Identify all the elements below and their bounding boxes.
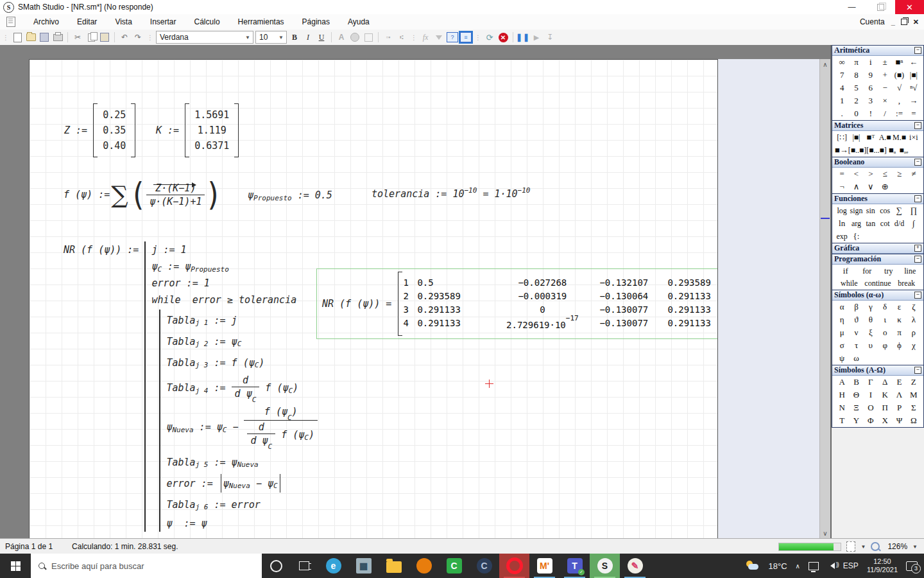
redo-button[interactable]: ↷ [132, 31, 144, 43]
palette-item[interactable]: try [878, 266, 900, 277]
scroll-up-arrow-icon[interactable]: ∧ [820, 59, 830, 69]
palette-item[interactable]: υ [864, 340, 878, 351]
menu-cálculo[interactable]: Cálculo [185, 15, 229, 29]
paste-button[interactable] [99, 31, 110, 43]
palette-item[interactable]: Δ [878, 376, 892, 388]
pause-button[interactable]: ❚❚ [517, 31, 529, 43]
palette-item[interactable]: γ [864, 301, 878, 313]
collapse-icon[interactable]: − [914, 367, 921, 374]
palette-item[interactable]: [∷] [835, 132, 849, 143]
panel-header[interactable]: Gráfica+ [832, 243, 923, 254]
palette-item[interactable]: Ι [864, 389, 878, 401]
zoom-level[interactable]: 126% [887, 542, 907, 551]
palette-item[interactable]: ε [892, 301, 906, 313]
palette-item[interactable]: 8 [849, 69, 863, 81]
palette-item[interactable]: i [864, 57, 878, 68]
palette-item[interactable]: Ω [907, 415, 921, 426]
worksheet-page[interactable]: Z := 0.250.350.40 K := 1.56911.1190.6371… [29, 59, 718, 538]
palette-item[interactable]: Φ [864, 415, 878, 426]
palette-item[interactable]: Υ [849, 415, 863, 426]
palette-item[interactable]: log [835, 206, 849, 216]
palette-item[interactable]: Ρ [892, 402, 906, 414]
palette-item[interactable]: < [849, 168, 863, 180]
palette-item[interactable]: Β [849, 376, 863, 388]
palette-item[interactable]: arg [849, 218, 863, 229]
palette-item[interactable]: Η [835, 389, 849, 401]
italic-button[interactable]: I [302, 31, 314, 43]
palette-item[interactable]: > [864, 168, 878, 180]
palette-item[interactable]: ζ [907, 301, 921, 313]
palette-item[interactable]: σ [835, 340, 849, 351]
collapse-icon[interactable]: − [914, 292, 921, 299]
taskbar-app-paint[interactable]: ✎ [620, 554, 650, 578]
palette-item[interactable]: ≠ [907, 168, 921, 180]
align-vertical-button[interactable]: ⑆ [396, 31, 407, 43]
palette-item[interactable]: ≤ [878, 168, 892, 180]
palette-item[interactable]: Τ [835, 415, 849, 426]
palette-item[interactable]: ∨ [864, 181, 878, 193]
function-button[interactable]: fx [420, 31, 431, 43]
palette-item[interactable]: ∏ [907, 205, 921, 216]
menu-herramientas[interactable]: Herramientas [229, 15, 293, 29]
palette-item[interactable]: Λ [892, 389, 906, 401]
stop-calculation-button[interactable]: ✕ [497, 31, 509, 43]
collapse-icon[interactable]: − [914, 256, 921, 263]
palette-item[interactable]: 0 [849, 108, 863, 119]
palette-item[interactable]: 3 [864, 95, 878, 107]
palette-item[interactable]: ω [849, 353, 863, 364]
panel-header[interactable]: Símbolos (Α-Ω)− [832, 365, 923, 376]
palette-item[interactable]: ι [878, 314, 892, 326]
child-close-button[interactable]: ✕ [913, 18, 919, 26]
palette-item[interactable]: √ [892, 82, 906, 94]
weather-icon[interactable] [746, 561, 760, 571]
taskbar-app-mendeley[interactable]: M' [529, 554, 560, 578]
k-matrix-definition[interactable]: K := 1.56911.1190.6371 [156, 103, 239, 157]
palette-item[interactable]: Ε [892, 376, 906, 388]
palette-item[interactable]: ρ [907, 327, 921, 338]
palette-item[interactable]: χ [907, 340, 921, 351]
page-layout-icon[interactable] [846, 541, 855, 552]
panel-header[interactable]: Booleano− [832, 157, 923, 168]
palette-item[interactable]: [■..■] [848, 145, 867, 156]
tray-expand-icon[interactable]: ∧ [796, 563, 800, 570]
panel-header[interactable]: Matrices− [832, 121, 923, 131]
palette-item[interactable]: κ [892, 314, 906, 326]
taskbar-app-system-monitor[interactable]: ▦ [348, 554, 379, 578]
palette-item[interactable]: δ [878, 301, 892, 313]
psi-propuesto-definition[interactable]: ψPropuesto := 0.5 [248, 189, 332, 201]
close-button[interactable]: ✕ [895, 0, 924, 14]
palette-item[interactable]: |■| [849, 132, 863, 143]
palette-item[interactable]: ν [849, 327, 863, 338]
account-menu[interactable]: Cuenta [860, 17, 885, 26]
palette-item[interactable]: cot [878, 218, 892, 229]
step-button[interactable]: ▶ [531, 31, 542, 43]
side-panel-toggle-button[interactable]: ≡ [460, 31, 472, 43]
palette-item[interactable]: if [835, 265, 857, 277]
palette-item[interactable]: + [878, 69, 892, 81]
font-size-select[interactable]: 10▼ [255, 31, 287, 44]
nr-program-definition[interactable]: NR (f (ψ)) := j := 1 ψC := ψPropuesto er… [64, 241, 318, 532]
f-function-definition[interactable]: f (ψ) := ∑ ( Z·(K−1) ψ·(K−1)+1 ) [64, 174, 222, 215]
palette-item[interactable]: i×i [907, 132, 921, 143]
panel-header[interactable]: Funciones− [832, 194, 923, 204]
taskbar-search-input[interactable]: Escribe aquí para buscar [31, 554, 262, 578]
keyboard-language[interactable]: ESP [843, 561, 859, 570]
taskbar-app-opera[interactable] [499, 554, 529, 578]
palette-item[interactable]: π [849, 57, 863, 68]
palette-item[interactable]: ψ [835, 353, 849, 364]
palette-item[interactable]: sign [849, 206, 863, 216]
save-button[interactable] [38, 31, 50, 43]
palette-item[interactable]: Χ [878, 415, 892, 426]
palette-item[interactable]: line [900, 266, 921, 277]
palette-item[interactable]: . [835, 108, 849, 119]
palette-item[interactable]: continue [864, 278, 893, 289]
open-file-button[interactable] [25, 31, 37, 43]
print-button[interactable] [52, 31, 64, 43]
palette-item[interactable]: 7 [835, 69, 849, 81]
palette-item[interactable]: d/d [892, 218, 906, 229]
underline-button[interactable]: U [316, 31, 327, 43]
palette-item[interactable]: τ [849, 340, 863, 351]
tolerancia-definition[interactable]: tolerancia := 10−10 = 1·10−10 [372, 188, 530, 200]
zoom-dropdown-icon[interactable]: ▼ [912, 544, 918, 550]
speaker-icon[interactable] [827, 563, 835, 569]
